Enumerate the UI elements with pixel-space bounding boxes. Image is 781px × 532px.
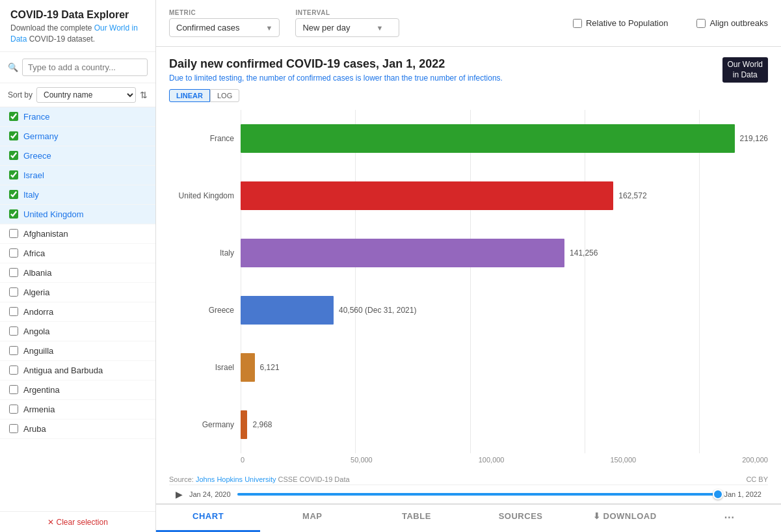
list-item[interactable]: Greece (0, 146, 155, 166)
relative-population-label[interactable]: Relative to Population (586, 18, 668, 28)
interval-label: INTERVAL (295, 9, 399, 16)
country-label: Armenia (23, 405, 55, 414)
country-checkbox-angola[interactable] (9, 326, 18, 336)
list-item[interactable]: Afghanistan (0, 224, 155, 244)
country-checkbox-anguilla[interactable] (9, 346, 18, 355)
list-item[interactable]: Albania (0, 263, 155, 283)
bar-container: 141,256 (241, 233, 768, 273)
chart-controls: LINEAR LOG (169, 89, 722, 102)
main-panel: METRIC Confirmed cases ▼ INTERVAL New pe… (156, 0, 781, 532)
clear-selection-button[interactable]: ✕ Clear selection (47, 518, 108, 527)
country-label: Italy (23, 190, 39, 200)
bar-row: Germany2,968 (169, 396, 768, 453)
bar-chart-inner: France219,126United Kingdom162,572Italy1… (169, 110, 768, 453)
log-button[interactable]: LOG (210, 89, 239, 102)
x-axis-label: 0 (241, 456, 245, 464)
country-checkbox-uk[interactable] (9, 209, 18, 219)
list-item[interactable]: Angola (0, 322, 155, 341)
country-checkbox-armenia[interactable] (9, 405, 18, 414)
list-item[interactable]: Argentina (0, 380, 155, 400)
country-checkbox-albania[interactable] (9, 268, 18, 277)
list-item[interactable]: Algeria (0, 283, 155, 302)
interval-value: New per day (302, 23, 350, 33)
bar-value: 219,126 (740, 134, 768, 143)
timeline-start: Jan 24, 2020 (189, 490, 231, 498)
align-outbreaks-checkbox[interactable] (696, 19, 706, 28)
play-button[interactable]: ▶ (176, 489, 183, 499)
sidebar: COVID-19 Data Explorer Download the comp… (0, 0, 156, 532)
list-item[interactable]: Armenia (0, 400, 155, 419)
bar-fill (241, 181, 613, 210)
country-checkbox-algeria[interactable] (9, 287, 18, 297)
source-link[interactable]: Johns Hopkins University (196, 475, 276, 483)
country-checkbox-italy[interactable] (9, 190, 18, 199)
bar-fill (241, 124, 735, 153)
country-label: Africa (23, 248, 45, 258)
source-suffix: CSSE COVID-19 Data (278, 475, 350, 483)
sort-order-icon[interactable]: ⇅ (140, 90, 148, 100)
list-item[interactable]: Antigua and Barbuda (0, 361, 155, 380)
bar-row: Greece40,560 (Dec 31, 2021) (169, 282, 768, 339)
owid-logo: Our World in Data (722, 57, 768, 83)
timeline-track[interactable] (237, 493, 718, 496)
list-item[interactable]: Andorra (0, 302, 155, 322)
country-checkbox-afghanistan[interactable] (9, 229, 18, 238)
country-label: France (23, 112, 49, 122)
country-checkbox-andorra[interactable] (9, 307, 18, 316)
timeline-thumb[interactable] (713, 489, 723, 499)
bar-fill (241, 296, 334, 325)
subtitle-text: Download the complete (10, 23, 94, 33)
search-icon: 🔍 (8, 62, 18, 72)
bar-fill (241, 353, 255, 382)
chart-header: Daily new confirmed COVID-19 cases, Jan … (169, 57, 768, 110)
country-checkbox-france[interactable] (9, 112, 18, 121)
sort-select[interactable]: Country name Cases Deaths (36, 87, 136, 103)
tab-download[interactable]: ⬇ DOWNLOAD (573, 505, 677, 532)
interval-dropdown[interactable]: New per day ▼ (295, 18, 399, 37)
country-checkbox-greece[interactable] (9, 151, 18, 160)
sort-row: Sort by Country name Cases Deaths ⇅ (0, 83, 155, 107)
chart-subtitle: Due to limited testing, the number of co… (169, 73, 722, 83)
tab-table[interactable]: TABLE (364, 505, 468, 532)
search-input[interactable] (22, 59, 148, 76)
list-item[interactable]: Israel (0, 166, 155, 185)
top-bar: METRIC Confirmed cases ▼ INTERVAL New pe… (156, 0, 781, 47)
country-label: Andorra (23, 307, 53, 317)
relative-population-checkbox[interactable] (573, 19, 582, 28)
country-checkbox-germany[interactable] (9, 131, 18, 140)
owid-line1: Our World (728, 60, 763, 70)
list-item[interactable]: Italy (0, 185, 155, 205)
country-checkbox-argentina[interactable] (9, 385, 18, 394)
sidebar-header: COVID-19 Data Explorer Download the comp… (0, 0, 155, 52)
country-label: Albania (23, 268, 51, 278)
bar-value: 162,572 (618, 191, 646, 200)
list-item[interactable]: Africa (0, 244, 155, 263)
country-label: Argentina (23, 385, 60, 395)
list-item[interactable]: United Kingdom (0, 205, 155, 224)
tab-share[interactable]: ⋯ (677, 505, 781, 532)
list-item[interactable]: Germany (0, 127, 155, 146)
bar-container: 6,121 (241, 348, 768, 387)
metric-dropdown[interactable]: Confirmed cases ▼ (169, 18, 280, 37)
country-checkbox-africa[interactable] (9, 248, 18, 258)
bar-label: Italy (169, 248, 241, 258)
align-outbreaks-label[interactable]: Align outbreaks (709, 18, 768, 28)
bottom-tabs: CHART MAP TABLE SOURCES ⬇ DOWNLOAD ⋯ (156, 503, 781, 532)
country-label: Aruba (23, 424, 46, 434)
country-checkbox-aruba[interactable] (9, 424, 18, 433)
country-checkbox-antigua[interactable] (9, 366, 18, 375)
list-item[interactable]: Aruba (0, 419, 155, 439)
tab-map[interactable]: MAP (260, 505, 364, 532)
bar-value: 40,560 (Dec 31, 2021) (339, 306, 416, 315)
tab-chart[interactable]: CHART (156, 505, 260, 532)
clear-selection: ✕ Clear selection (0, 511, 155, 532)
list-item[interactable]: Anguilla (0, 341, 155, 361)
x-axis-label: 100,000 (479, 456, 505, 464)
tab-sources[interactable]: SOURCES (469, 505, 573, 532)
metric-group: METRIC Confirmed cases ▼ (169, 9, 280, 37)
bar-container: 2,968 (241, 405, 768, 444)
country-checkbox-israel[interactable] (9, 170, 18, 180)
sidebar-title: COVID-19 Data Explorer (10, 9, 145, 21)
list-item[interactable]: France (0, 107, 155, 127)
linear-button[interactable]: LINEAR (169, 89, 210, 102)
